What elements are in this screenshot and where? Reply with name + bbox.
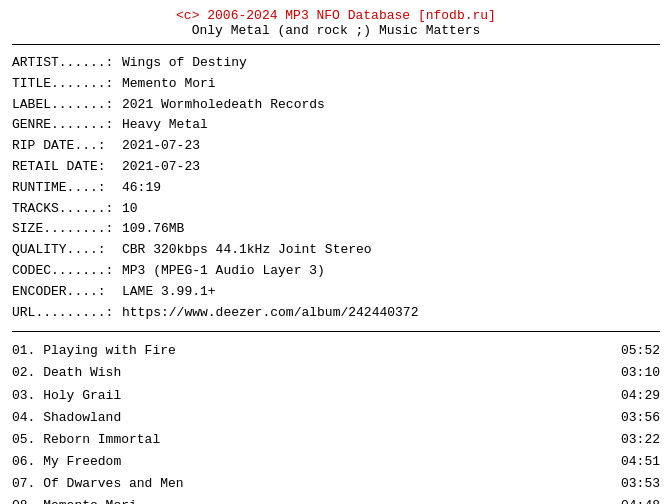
retail-date-key: RETAIL DATE: (12, 157, 122, 178)
track-duration: 04:48 (621, 495, 660, 504)
url-row: URL.........: https://www.deezer.com/alb… (12, 303, 660, 324)
track-row: 06. My Freedom04:51 (12, 451, 660, 473)
header-line1: <c> 2006-2024 MP3 NFO Database [nfodb.ru… (12, 8, 660, 23)
label-row: LABEL.......: 2021 Wormholedeath Records (12, 95, 660, 116)
track-duration: 03:56 (621, 407, 660, 429)
track-title: 08. Memento Mori (12, 495, 137, 504)
rip-date-value: 2021-07-23 (122, 136, 200, 157)
track-duration: 03:53 (621, 473, 660, 495)
divider-1 (12, 44, 660, 45)
track-duration: 03:10 (621, 362, 660, 384)
genre-row: GENRE.......: Heavy Metal (12, 115, 660, 136)
track-title: 05. Reborn Immortal (12, 429, 160, 451)
url-key: URL.........: (12, 303, 122, 324)
track-row: 07. Of Dwarves and Men03:53 (12, 473, 660, 495)
encoder-value: LAME 3.99.1+ (122, 282, 216, 303)
track-row: 03. Holy Grail04:29 (12, 385, 660, 407)
rip-date-key: RIP DATE...: (12, 136, 122, 157)
quality-key: QUALITY....: (12, 240, 122, 261)
track-title: 01. Playing with Fire (12, 340, 176, 362)
tracks-row: TRACKS......: 10 (12, 199, 660, 220)
codec-value: MP3 (MPEG-1 Audio Layer 3) (122, 261, 325, 282)
encoder-key: ENCODER....: (12, 282, 122, 303)
quality-value: CBR 320kbps 44.1kHz Joint Stereo (122, 240, 372, 261)
title-row: TITLE.......: Memento Mori (12, 74, 660, 95)
track-title: 04. Shadowland (12, 407, 121, 429)
metadata-section: ARTIST......: Wings of Destiny TITLE....… (12, 53, 660, 323)
runtime-key: RUNTIME....: (12, 178, 122, 199)
track-duration: 05:52 (621, 340, 660, 362)
title-value: Memento Mori (122, 74, 216, 95)
size-row: SIZE........: 109.76MB (12, 219, 660, 240)
track-title: 06. My Freedom (12, 451, 121, 473)
track-title: 02. Death Wish (12, 362, 121, 384)
track-row: 02. Death Wish03:10 (12, 362, 660, 384)
size-key: SIZE........: (12, 219, 122, 240)
track-row: 04. Shadowland03:56 (12, 407, 660, 429)
codec-row: CODEC.......: MP3 (MPEG-1 Audio Layer 3) (12, 261, 660, 282)
size-value: 109.76MB (122, 219, 184, 240)
codec-key: CODEC.......: (12, 261, 122, 282)
tracks-value: 10 (122, 199, 138, 220)
url-value: https://www.deezer.com/album/242440372 (122, 303, 418, 324)
divider-2 (12, 331, 660, 332)
runtime-row: RUNTIME....: 46:19 (12, 178, 660, 199)
track-duration: 03:22 (621, 429, 660, 451)
title-key: TITLE.......: (12, 74, 122, 95)
artist-row: ARTIST......: Wings of Destiny (12, 53, 660, 74)
track-duration: 04:51 (621, 451, 660, 473)
runtime-value: 46:19 (122, 178, 161, 199)
track-duration: 04:29 (621, 385, 660, 407)
page-wrapper: <c> 2006-2024 MP3 NFO Database [nfodb.ru… (0, 0, 672, 504)
header: <c> 2006-2024 MP3 NFO Database [nfodb.ru… (12, 8, 660, 38)
track-row: 01. Playing with Fire05:52 (12, 340, 660, 362)
rip-date-row: RIP DATE...: 2021-07-23 (12, 136, 660, 157)
genre-value: Heavy Metal (122, 115, 208, 136)
track-title: 07. Of Dwarves and Men (12, 473, 184, 495)
tracks-key: TRACKS......: (12, 199, 122, 220)
tracklist-section: 01. Playing with Fire05:5202. Death Wish… (12, 340, 660, 504)
encoder-row: ENCODER....: LAME 3.99.1+ (12, 282, 660, 303)
track-title: 03. Holy Grail (12, 385, 121, 407)
label-key: LABEL.......: (12, 95, 122, 116)
quality-row: QUALITY....: CBR 320kbps 44.1kHz Joint S… (12, 240, 660, 261)
retail-date-value: 2021-07-23 (122, 157, 200, 178)
retail-date-row: RETAIL DATE: 2021-07-23 (12, 157, 660, 178)
header-line2: Only Metal (and rock ;) Music Matters (12, 23, 660, 38)
track-row: 05. Reborn Immortal03:22 (12, 429, 660, 451)
genre-key: GENRE.......: (12, 115, 122, 136)
artist-value: Wings of Destiny (122, 53, 247, 74)
artist-key: ARTIST......: (12, 53, 122, 74)
label-value: 2021 Wormholedeath Records (122, 95, 325, 116)
track-row: 08. Memento Mori04:48 (12, 495, 660, 504)
